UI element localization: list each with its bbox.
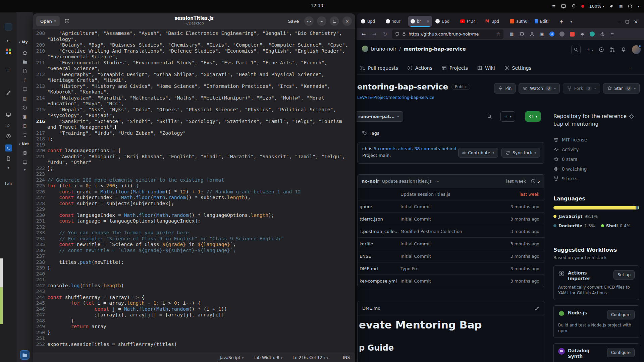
commit-history-link[interactable]: 5: [531, 179, 540, 184]
tracking-shield-icon[interactable]: [395, 32, 399, 36]
camera-icon[interactable]: ▢: [17, 123, 33, 128]
apps-grid-icon[interactable]: [0, 49, 17, 54]
browser-tab[interactable]: MUpd: [483, 16, 506, 27]
code-line[interactable]: 234 // For example: "Science of Class 9 …: [35, 236, 355, 242]
folder-icon[interactable]: [17, 59, 33, 64]
tags-link[interactable]: Tags: [362, 131, 379, 136]
search-extension-icon[interactable]: [549, 31, 555, 37]
tray-chevron-icon[interactable]: ▾: [638, 5, 639, 8]
shield-extension-icon[interactable]: [519, 31, 525, 37]
breadcrumb-owner[interactable]: bruno-noir: [371, 46, 396, 52]
code-line[interactable]: 252exports.sessionTitles = shuffleArray(…: [35, 341, 355, 347]
url-bar[interactable]: https://github.com/bruno-noir/me ☆: [392, 29, 503, 39]
notifications-bell-icon[interactable]: [571, 4, 576, 9]
maximize-button[interactable]: [330, 16, 339, 26]
code-line[interactable]: 240: [35, 271, 355, 277]
fork-button[interactable]: Fork0▾: [563, 83, 600, 94]
readme-tab[interactable]: DME.md: [362, 306, 381, 311]
repo-meta-item[interactable]: Activity: [553, 144, 640, 154]
contribute-button[interactable]: ⇄Contribute▾: [458, 148, 498, 158]
issues-icon[interactable]: [599, 47, 604, 52]
recording-indicator-icon[interactable]: [581, 5, 584, 8]
code-line[interactable]: 237: [35, 253, 355, 259]
save-button[interactable]: Save: [286, 19, 301, 24]
sidebar-section-my[interactable]: ▾My: [19, 40, 28, 44]
browser-tab[interactable]: Upd: [359, 16, 382, 27]
code-line[interactable]: 241: [35, 277, 355, 283]
menu-icon[interactable]: ≡: [0, 67, 17, 73]
file-commit-message[interactable]: Initial Commit: [400, 241, 431, 246]
display-icon[interactable]: [561, 4, 566, 9]
code-line[interactable]: 244const shuffleArray = (array) => {: [35, 294, 355, 300]
workflow-action-button[interactable]: Set up: [613, 270, 635, 280]
new-tab-button[interactable]: +: [557, 17, 566, 27]
table-row[interactable]: ttierrc.jsonInitial Commit3 months ago: [358, 213, 544, 225]
pencil-tool-icon[interactable]: [0, 90, 17, 96]
terminal-icon[interactable]: >_: [0, 144, 17, 152]
tab-pull-requests[interactable]: Pull requests: [360, 65, 398, 71]
clock-icon[interactable]: [0, 134, 17, 139]
code-button[interactable]: ▾: [525, 111, 541, 122]
list-indicator-icon[interactable]: ≡: [552, 4, 556, 9]
add-file-button[interactable]: +▾: [500, 111, 515, 122]
file-name[interactable]: gnore: [360, 204, 399, 209]
repo-meta-item[interactable]: 0 stars: [553, 154, 640, 164]
code-line[interactable]: 228 const subject = subjects[subjectInde…: [35, 200, 355, 206]
browser-tab[interactable]: Your: [383, 16, 407, 27]
trash-icon[interactable]: [17, 132, 33, 137]
commit-author[interactable]: no-noir: [362, 179, 379, 184]
back-button[interactable]: ←: [360, 31, 367, 37]
chevron-down-icon[interactable]: ▾: [17, 168, 33, 172]
tab-width-selector[interactable]: Tab Width: 8▾: [254, 355, 282, 360]
remote-pc-icon[interactable]: [17, 160, 33, 165]
nav-overflow-kebab-icon[interactable]: ⋯: [629, 65, 634, 70]
monitor-icon[interactable]: [0, 112, 17, 117]
device-icon[interactable]: ▦: [619, 4, 623, 8]
table-row[interactable]: DME.mdTypo Fix3 months ago: [358, 262, 544, 275]
code-line[interactable]: 231 const language = languageOptions[lan…: [35, 218, 355, 224]
language-legend-item[interactable]: Dockerfile1.5%: [553, 223, 595, 228]
file-name[interactable]: ENSE: [360, 254, 399, 259]
tab-projects[interactable]: Projects: [441, 65, 468, 71]
forward-button[interactable]: →: [371, 31, 378, 37]
bookmark-star-icon[interactable]: ☆: [496, 32, 500, 37]
code-area[interactable]: 208 "Agriculture", "Assamese", "Ayush", …: [33, 29, 355, 353]
code-line[interactable]: 208 "Agriculture", "Assamese", "Ayush", …: [35, 30, 355, 42]
code-line[interactable]: 232: [35, 224, 355, 230]
code-line[interactable]: 217 "Training", "Urdu", "Urdu Zuban", "Z…: [35, 130, 355, 136]
home-icon[interactable]: [17, 50, 33, 55]
file-commit-message[interactable]: Initial Commit: [400, 204, 431, 209]
recent-icon[interactable]: [17, 105, 33, 110]
code-line[interactable]: 222];: [35, 165, 355, 171]
code-line[interactable]: 224// Generate 200 more elements similar…: [35, 177, 355, 183]
downloads-icon[interactable]: ▣: [17, 114, 33, 119]
star-button[interactable]: Star0▾: [603, 83, 640, 94]
code-line[interactable]: 243: [35, 288, 355, 294]
code-line[interactable]: 236 // const newTitle = `Class ${grade}-…: [35, 247, 355, 253]
sync-fork-button[interactable]: Sync fork▾: [501, 148, 540, 158]
red-extension-icon[interactable]: [569, 31, 575, 37]
code-line[interactable]: 246 const j = Math.floor(Math.random() *…: [35, 306, 355, 312]
gray-extension-icon[interactable]: [559, 31, 565, 37]
table-row[interactable]: T.postman_colle...Modified Postman Colle…: [358, 225, 544, 237]
file-commit-message[interactable]: Initial Commit: [400, 279, 431, 284]
code-line[interactable]: 214 "Malayalam", "Marathi", "Mathematics…: [35, 95, 355, 107]
code-line[interactable]: 247 ;[array[i], array[j]] = [array[j], a…: [35, 312, 355, 318]
table-row[interactable]: kerfileInitial Commit3 months ago: [358, 237, 544, 250]
edit-readme-pencil-icon[interactable]: [534, 305, 539, 311]
code-line[interactable]: 227 const subjectIndex = Math.floor(Math…: [35, 194, 355, 200]
code-line[interactable]: 225for (let i = 0; i < 200; i++) {: [35, 183, 355, 189]
notifications-icon[interactable]: [621, 47, 626, 52]
code-line[interactable]: 230 const languageIndex = Math.floor(Mat…: [35, 212, 355, 218]
clock[interactable]: 12:33: [304, 3, 330, 8]
file-commit-message[interactable]: Initial Commit: [400, 254, 431, 259]
music-icon[interactable]: ♪: [17, 77, 33, 82]
language-legend-item[interactable]: Shell0.4%: [601, 223, 631, 228]
hamburger-menu-icon[interactable]: ≡: [609, 31, 615, 37]
user-avatar[interactable]: [632, 45, 641, 54]
file-commit-message[interactable]: Modified Postman Collection: [400, 229, 462, 234]
code-line[interactable]: 248 }: [35, 318, 355, 324]
owner-avatar[interactable]: [362, 46, 368, 52]
code-line[interactable]: 219: [35, 142, 355, 148]
code-line[interactable]: 216 "Sanskrit", "Science", "Sindhi", "Sk…: [35, 118, 355, 130]
